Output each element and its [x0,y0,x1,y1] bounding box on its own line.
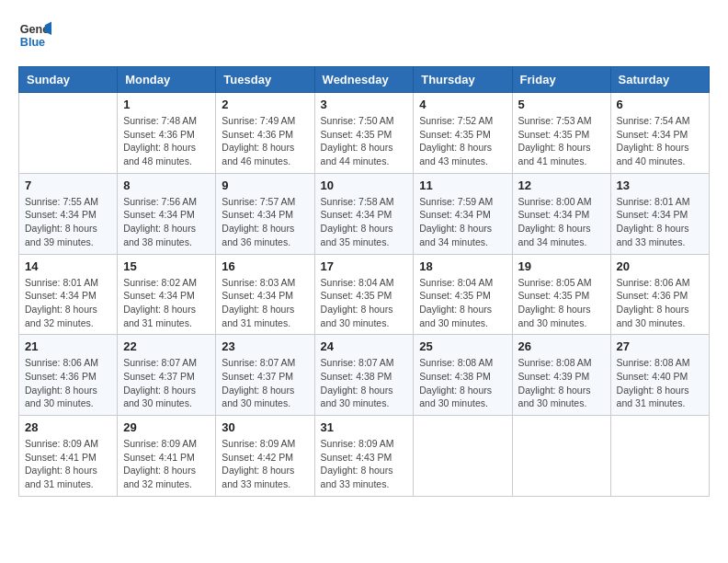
weekday-header-saturday: Saturday [610,67,709,93]
day-info: Sunrise: 7:54 AM Sunset: 4:34 PM Dayligh… [617,114,703,168]
calendar-cell: 9Sunrise: 7:57 AM Sunset: 4:34 PM Daylig… [216,173,314,254]
calendar-table: SundayMondayTuesdayWednesdayThursdayFrid… [18,66,710,497]
calendar-cell: 23Sunrise: 8:07 AM Sunset: 4:37 PM Dayli… [216,335,314,416]
day-number: 11 [419,178,506,192]
day-number: 3 [321,98,408,111]
day-number: 4 [419,98,506,111]
day-info: Sunrise: 7:52 AM Sunset: 4:35 PM Dayligh… [419,114,506,168]
day-info: Sunrise: 7:58 AM Sunset: 4:34 PM Dayligh… [321,195,408,249]
calendar-cell: 5Sunrise: 7:53 AM Sunset: 4:35 PM Daylig… [512,93,610,174]
day-info: Sunrise: 8:08 AM Sunset: 4:39 PM Dayligh… [518,356,605,410]
day-number: 9 [222,178,308,192]
calendar-cell: 15Sunrise: 8:02 AM Sunset: 4:34 PM Dayli… [118,254,216,335]
day-number: 10 [321,178,408,192]
day-info: Sunrise: 8:09 AM Sunset: 4:41 PM Dayligh… [25,437,111,491]
calendar-cell: 29Sunrise: 8:09 AM Sunset: 4:41 PM Dayli… [118,416,216,497]
weekday-header-row: SundayMondayTuesdayWednesdayThursdayFrid… [19,67,710,93]
calendar-cell: 19Sunrise: 8:05 AM Sunset: 4:35 PM Dayli… [512,254,610,335]
calendar-cell: 20Sunrise: 8:06 AM Sunset: 4:36 PM Dayli… [610,254,709,335]
day-number: 15 [123,259,210,273]
calendar-week-row: 7Sunrise: 7:55 AM Sunset: 4:34 PM Daylig… [19,173,710,254]
calendar-cell: 4Sunrise: 7:52 AM Sunset: 4:35 PM Daylig… [414,93,512,174]
day-info: Sunrise: 7:57 AM Sunset: 4:34 PM Dayligh… [222,195,308,249]
day-number: 26 [518,339,605,353]
day-info: Sunrise: 7:50 AM Sunset: 4:35 PM Dayligh… [321,114,408,168]
svg-text:Blue: Blue [20,36,45,49]
day-number: 5 [518,98,605,111]
day-info: Sunrise: 8:00 AM Sunset: 4:34 PM Dayligh… [518,195,605,249]
logo: General Blue [18,18,55,52]
day-number: 25 [419,339,506,353]
day-info: Sunrise: 8:07 AM Sunset: 4:37 PM Dayligh… [123,356,210,410]
day-number: 22 [123,339,210,353]
day-info: Sunrise: 8:04 AM Sunset: 4:35 PM Dayligh… [321,276,408,330]
day-info: Sunrise: 8:01 AM Sunset: 4:34 PM Dayligh… [25,276,111,330]
calendar-cell [610,416,709,497]
calendar-cell: 27Sunrise: 8:08 AM Sunset: 4:40 PM Dayli… [610,335,709,416]
day-info: Sunrise: 8:07 AM Sunset: 4:38 PM Dayligh… [321,356,408,410]
calendar-cell: 8Sunrise: 7:56 AM Sunset: 4:34 PM Daylig… [118,173,216,254]
calendar-week-row: 21Sunrise: 8:06 AM Sunset: 4:36 PM Dayli… [19,335,710,416]
day-number: 30 [222,420,308,434]
day-number: 14 [25,259,111,273]
day-info: Sunrise: 8:06 AM Sunset: 4:36 PM Dayligh… [617,276,703,330]
weekday-header-thursday: Thursday [414,67,512,93]
calendar-cell: 28Sunrise: 8:09 AM Sunset: 4:41 PM Dayli… [19,416,118,497]
day-info: Sunrise: 7:55 AM Sunset: 4:34 PM Dayligh… [25,195,111,249]
calendar-cell [414,416,512,497]
weekday-header-wednesday: Wednesday [314,67,414,93]
calendar-week-row: 28Sunrise: 8:09 AM Sunset: 4:41 PM Dayli… [19,416,710,497]
day-number: 2 [222,98,308,111]
calendar-cell: 21Sunrise: 8:06 AM Sunset: 4:36 PM Dayli… [19,335,118,416]
day-info: Sunrise: 8:04 AM Sunset: 4:35 PM Dayligh… [419,276,506,330]
day-number: 7 [25,178,111,192]
calendar-cell: 6Sunrise: 7:54 AM Sunset: 4:34 PM Daylig… [610,93,709,174]
weekday-header-friday: Friday [512,67,610,93]
day-info: Sunrise: 8:08 AM Sunset: 4:38 PM Dayligh… [419,356,506,410]
day-number: 8 [123,178,210,192]
day-number: 28 [25,420,111,434]
day-number: 1 [123,98,210,111]
day-number: 21 [25,339,111,353]
day-number: 29 [123,420,210,434]
calendar-cell: 24Sunrise: 8:07 AM Sunset: 4:38 PM Dayli… [314,335,414,416]
day-number: 18 [419,259,506,273]
calendar-week-row: 1Sunrise: 7:48 AM Sunset: 4:36 PM Daylig… [19,93,710,174]
day-info: Sunrise: 7:48 AM Sunset: 4:36 PM Dayligh… [123,114,210,168]
day-info: Sunrise: 8:09 AM Sunset: 4:43 PM Dayligh… [321,437,408,491]
calendar-cell: 31Sunrise: 8:09 AM Sunset: 4:43 PM Dayli… [314,416,414,497]
day-info: Sunrise: 8:09 AM Sunset: 4:42 PM Dayligh… [222,437,308,491]
calendar-cell: 16Sunrise: 8:03 AM Sunset: 4:34 PM Dayli… [216,254,314,335]
calendar-cell: 25Sunrise: 8:08 AM Sunset: 4:38 PM Dayli… [414,335,512,416]
calendar-cell: 3Sunrise: 7:50 AM Sunset: 4:35 PM Daylig… [314,93,414,174]
day-number: 20 [617,259,703,273]
calendar-cell: 14Sunrise: 8:01 AM Sunset: 4:34 PM Dayli… [19,254,118,335]
day-info: Sunrise: 8:01 AM Sunset: 4:34 PM Dayligh… [617,195,703,249]
weekday-header-monday: Monday [118,67,216,93]
calendar-cell: 18Sunrise: 8:04 AM Sunset: 4:35 PM Dayli… [414,254,512,335]
day-info: Sunrise: 8:03 AM Sunset: 4:34 PM Dayligh… [222,276,308,330]
day-number: 16 [222,259,308,273]
calendar-cell: 11Sunrise: 7:59 AM Sunset: 4:34 PM Dayli… [414,173,512,254]
day-number: 6 [617,98,703,111]
day-info: Sunrise: 8:02 AM Sunset: 4:34 PM Dayligh… [123,276,210,330]
day-info: Sunrise: 7:56 AM Sunset: 4:34 PM Dayligh… [123,195,210,249]
day-info: Sunrise: 8:06 AM Sunset: 4:36 PM Dayligh… [25,356,111,410]
calendar-week-row: 14Sunrise: 8:01 AM Sunset: 4:34 PM Dayli… [19,254,710,335]
day-info: Sunrise: 8:05 AM Sunset: 4:35 PM Dayligh… [518,276,605,330]
day-number: 23 [222,339,308,353]
calendar-cell: 10Sunrise: 7:58 AM Sunset: 4:34 PM Dayli… [314,173,414,254]
calendar-cell [19,93,118,174]
day-number: 19 [518,259,605,273]
day-info: Sunrise: 8:08 AM Sunset: 4:40 PM Dayligh… [617,356,703,410]
day-number: 13 [617,178,703,192]
day-info: Sunrise: 7:59 AM Sunset: 4:34 PM Dayligh… [419,195,506,249]
day-number: 12 [518,178,605,192]
day-info: Sunrise: 8:09 AM Sunset: 4:41 PM Dayligh… [123,437,210,491]
calendar-cell: 22Sunrise: 8:07 AM Sunset: 4:37 PM Dayli… [118,335,216,416]
calendar-cell: 13Sunrise: 8:01 AM Sunset: 4:34 PM Dayli… [610,173,709,254]
day-number: 31 [321,420,408,434]
day-number: 24 [321,339,408,353]
day-number: 27 [617,339,703,353]
day-info: Sunrise: 7:53 AM Sunset: 4:35 PM Dayligh… [518,114,605,168]
